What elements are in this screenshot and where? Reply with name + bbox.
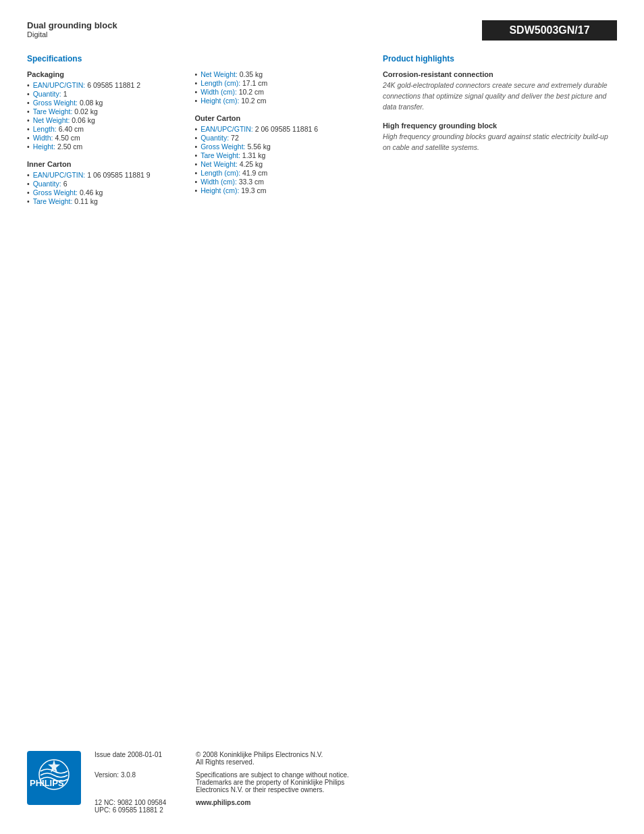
outer-carton-group: Outer Carton EAN/UPC/GTIN: 2 06 09585 11… xyxy=(194,114,348,194)
philips-logo: PHILIPS xyxy=(27,751,81,806)
list-item: EAN/UPC/GTIN: 2 06 09585 11881 6 xyxy=(194,125,348,133)
list-item: Tare Weight: 0.02 kg xyxy=(27,107,181,115)
list-item: Height (cm): 10.2 cm xyxy=(194,97,348,105)
website-link: www.philips.com xyxy=(196,799,250,814)
list-item: Net Weight: 0.06 kg xyxy=(27,116,181,124)
highlight-1-text: 24K gold-electroplated connectors create… xyxy=(383,80,617,112)
highlight-2: High frequency grounding block High freq… xyxy=(383,122,617,153)
product-subtitle: Digital xyxy=(27,30,117,38)
list-item: Net Weight: 4.25 kg xyxy=(194,160,348,168)
nc-text: 12 NC: 9082 100 09584 UPC: 6 09585 11881… xyxy=(95,799,182,814)
highlight-1-title: Corrosion-resistant connection xyxy=(383,70,617,78)
packaging-title: Packaging xyxy=(27,70,181,78)
packaging-right-list: Net Weight: 0.35 kg Length (cm): 17.1 cm… xyxy=(194,70,348,105)
list-item: Length (cm): 17.1 cm xyxy=(194,79,348,87)
highlights-heading: Product highlights xyxy=(383,54,617,63)
list-item: Height (cm): 19.3 cm xyxy=(194,186,348,194)
highlight-2-title: High frequency grounding block xyxy=(383,122,617,130)
list-item: Gross Weight: 5.56 kg xyxy=(194,142,348,151)
list-item: Length (cm): 41.9 cm xyxy=(194,169,348,177)
list-item: EAN/UPC/GTIN: 1 06 09585 11881 9 xyxy=(27,171,181,179)
product-title: Dual grounding block xyxy=(27,20,117,30)
outer-carton-list: EAN/UPC/GTIN: 2 06 09585 11881 6 Quantit… xyxy=(194,125,348,194)
issue-date-label: Issue date 2008-01-01 xyxy=(95,751,182,766)
list-item: Net Weight: 0.35 kg xyxy=(194,70,348,78)
footer: PHILIPS Issue date 2008-01-01 © 2008 Kon… xyxy=(27,751,617,814)
version-label: Version: 3.0.8 xyxy=(95,771,182,793)
highlight-2-text: High frequency grounding blocks guard ag… xyxy=(383,132,617,153)
list-item: Width (cm): 33.3 cm xyxy=(194,178,348,186)
list-item: Quantity: 1 xyxy=(27,90,181,98)
packaging-list: EAN/UPC/GTIN: 6 09585 11881 2 Quantity: … xyxy=(27,81,181,151)
inner-carton-group: Inner Carton EAN/UPC/GTIN: 1 06 09585 11… xyxy=(27,160,181,205)
inner-carton-title: Inner Carton xyxy=(27,160,181,168)
svg-text:PHILIPS: PHILIPS xyxy=(30,778,64,788)
inner-carton-list: EAN/UPC/GTIN: 1 06 09585 11881 9 Quantit… xyxy=(27,171,181,205)
list-item: Tare Weight: 0.11 kg xyxy=(27,197,181,205)
specifications-heading: Specifications xyxy=(27,54,349,63)
footer-meta: Issue date 2008-01-01 © 2008 Koninklijke… xyxy=(95,751,617,814)
packaging-group: Packaging EAN/UPC/GTIN: 6 09585 11881 2 … xyxy=(27,70,181,151)
highlight-1: Corrosion-resistant connection 24K gold-… xyxy=(383,70,617,112)
product-id: SDW5003GN/17 xyxy=(482,20,617,41)
list-item: EAN/UPC/GTIN: 6 09585 11881 2 xyxy=(27,81,181,89)
list-item: Length: 6.40 cm xyxy=(27,125,181,133)
version-text: Specifications are subject to change wit… xyxy=(196,771,349,793)
list-item: Gross Weight: 0.46 kg xyxy=(27,188,181,197)
list-item: Width: 4.50 cm xyxy=(27,134,181,142)
packaging-right-group: Net Weight: 0.35 kg Length (cm): 17.1 cm… xyxy=(194,70,348,105)
outer-carton-title: Outer Carton xyxy=(194,114,348,122)
list-item: Gross Weight: 0.08 kg xyxy=(27,99,181,107)
list-item: Quantity: 72 xyxy=(194,134,348,142)
list-item: Height: 2.50 cm xyxy=(27,142,181,151)
copyright-text: © 2008 Koninklijke Philips Electronics N… xyxy=(196,751,323,766)
list-item: Width (cm): 10.2 cm xyxy=(194,88,348,96)
list-item: Quantity: 6 xyxy=(27,180,181,188)
list-item: Tare Weight: 1.31 kg xyxy=(194,151,348,159)
